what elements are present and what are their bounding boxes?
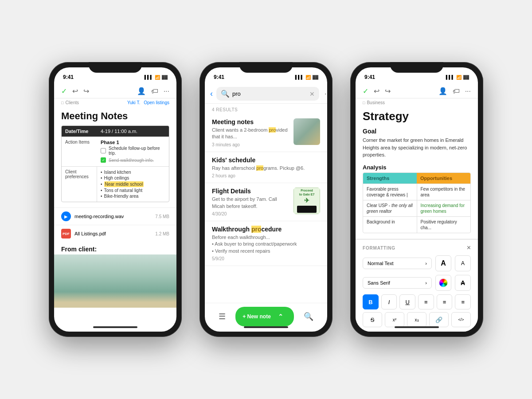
chevron-right-icon-2: › (425, 280, 427, 286)
attachment-pdf[interactable]: PDF All Listings.pdf 1.2 MB (54, 225, 176, 242)
breadcrumb-path-3[interactable]: Business (367, 100, 385, 105)
breadcrumb-user-1[interactable]: Yuki T. (127, 100, 140, 105)
breadcrumb-action-1[interactable]: Open listings (144, 100, 169, 105)
strikethrough-a-button[interactable]: A (455, 275, 471, 291)
search-bar[interactable]: 🔍 ✕ (216, 87, 319, 101)
superscript-button[interactable]: x² (385, 312, 404, 327)
result-title-3: Flight Details (212, 188, 289, 195)
check-icon-3[interactable]: ✓ (363, 87, 368, 95)
more-icon-1[interactable]: ··· (164, 87, 169, 95)
search-result-1[interactable]: Meeting notes Client wants a 2-bedroom p… (205, 114, 327, 152)
result-date-1: 3 minutes ago (212, 142, 289, 147)
strikethrough-button[interactable]: S (363, 312, 382, 327)
undo-icon-1[interactable]: ↩ (72, 87, 78, 95)
result-title-1: Meeting notes (212, 118, 289, 125)
phone1-content[interactable]: Meeting Notes Date/Time 4-19 / 11:00 a.m… (54, 107, 176, 332)
cell-2-1: Clear USP - the only all green realtor (363, 200, 417, 216)
pref-3: Near middle school (101, 181, 165, 188)
link-button[interactable]: 🔗 (429, 312, 449, 327)
wifi-icon-3: 📶 (456, 75, 462, 80)
pref-3-text: Near middle school (104, 181, 144, 187)
more-icon-3[interactable]: ··· (465, 87, 471, 95)
client-image (54, 254, 176, 308)
from-client-label: From client: (54, 242, 176, 254)
sans-serif-button[interactable]: Sans Serif › (363, 277, 432, 289)
analysis-title: Analysis (356, 162, 478, 172)
normal-text-button[interactable]: Normal Text › (363, 258, 432, 269)
bold-button[interactable]: B (363, 294, 379, 309)
search-result-4[interactable]: Walkthrough procedure Before each walkth… (205, 221, 327, 266)
formatting-header: FORMATTING × (363, 244, 471, 252)
phone-2: 9:41 ▌▌▌ 📶 ▓▓ ‹ 🔍 ✕ ··· 4 RESULTS (200, 62, 332, 337)
battery-icon-1: ▓▓ (162, 75, 168, 79)
clear-search-icon[interactable]: ✕ (309, 90, 315, 98)
search-input[interactable] (232, 90, 307, 97)
phone3-content[interactable]: Strategy Goal Corner the market for gree… (356, 107, 478, 239)
check-icon-1[interactable]: ✓ (61, 87, 67, 95)
notch-2 (239, 62, 293, 73)
search-bar-container[interactable]: ‹ 🔍 ✕ ··· (205, 84, 327, 104)
home-indicator-2 (244, 326, 288, 328)
font-larger-button[interactable]: A (435, 255, 451, 271)
tag-icon-1[interactable]: 🏷 (151, 87, 158, 95)
checkbox-box-2[interactable]: ✓ (101, 157, 106, 163)
redo-icon-1[interactable]: ↪ (83, 87, 89, 95)
search-bottom-icon[interactable]: 🔍 (304, 312, 313, 321)
menu-icon[interactable]: ☰ (219, 312, 226, 321)
result-title-2: Kids' schedule (212, 156, 320, 164)
audio-name: meeting-recording.wav (74, 214, 124, 219)
align-center-button[interactable]: ≡ (437, 294, 453, 309)
search-result-3[interactable]: Flight Details Get to the airport by 7am… (205, 183, 327, 221)
cell-1-2: Few competitors in the area (417, 184, 471, 200)
align-left-button[interactable]: ≡ (418, 294, 434, 309)
subscript-button[interactable]: x₂ (407, 312, 426, 327)
search-result-2[interactable]: Kids' schedule Ray has afterschool progr… (205, 152, 327, 183)
new-note-button[interactable]: + New note ⌃ (235, 307, 294, 326)
datetime-header: Date/Time (62, 126, 97, 137)
close-formatting-button[interactable]: × (467, 244, 471, 252)
normal-text-label: Normal Text (368, 261, 393, 266)
person-icon-1[interactable]: 👤 (137, 87, 146, 95)
search-icon: 🔍 (221, 90, 230, 98)
table-row-actions: Action Items Phase 1 Schedule follow-up … (62, 137, 169, 167)
checkbox-2[interactable]: ✓ Send walkthrough info. (101, 156, 165, 164)
back-button[interactable]: ‹ (210, 89, 213, 98)
checkbox-1[interactable]: Schedule follow-up before trip. (101, 145, 165, 156)
result-date-2: 2 hours ago (212, 173, 320, 178)
table-row-prefs: Client preferences Island kitchen High c… (62, 167, 169, 202)
time-3: 9:41 (364, 74, 375, 80)
home-indicator-3 (395, 326, 439, 328)
pref-2: High ceilings (101, 175, 165, 181)
align-right-button[interactable]: ≡ (455, 294, 471, 309)
search-more-icon[interactable]: ··· (325, 90, 327, 98)
chevron-right-icon: › (425, 261, 427, 266)
analysis-row-1: Favorable press coverage & reviews | Few… (363, 184, 470, 200)
italic-button[interactable]: I (381, 294, 397, 309)
pref-5: Bike-friendly area (101, 193, 165, 199)
format-buttons-row-2: S x² x₂ 🔗 </> (363, 312, 471, 327)
breadcrumb-path-1[interactable]: Clients (65, 100, 79, 105)
formatting-panel: FORMATTING × Normal Text › A A Sans Seri… (356, 239, 478, 332)
attachment-audio[interactable]: ▶ meeting-recording.wav 7.5 MB (54, 207, 176, 225)
search-results[interactable]: Meeting notes Client wants a 2-bedroom p… (205, 114, 327, 303)
checkbox-box-1[interactable] (101, 148, 106, 153)
person-icon-3[interactable]: 👤 (438, 87, 447, 95)
expand-icon[interactable]: ⌃ (274, 310, 287, 323)
signal-icon-3: ▌▌▌ (446, 75, 454, 79)
phone-3: 9:41 ▌▌▌ 📶 ▓▓ ✓ ↩ ↪ 👤 🏷 ··· (350, 62, 483, 337)
redo-icon-3[interactable]: ↪ (385, 87, 391, 95)
cell-2-2: Increasing demand for green homes (417, 200, 471, 216)
underline-button[interactable]: U (399, 294, 415, 309)
checkbox-label-2: Send walkthrough info. (109, 158, 154, 163)
code-button[interactable]: </> (451, 312, 471, 327)
toolbar-1: ✓ ↩ ↪ 👤 🏷 ··· (54, 84, 176, 98)
datetime-value: 4-19 / 11:00 a.m. (97, 126, 169, 137)
undo-icon-3[interactable]: ↩ (374, 87, 379, 95)
font-smaller-button[interactable]: A (455, 255, 471, 271)
result-snippet-1: Client wants a 2-bedroom provided that i… (212, 127, 289, 141)
prefs-label: Client preferences (62, 167, 97, 202)
tag-icon-3[interactable]: 🏷 (453, 87, 460, 95)
breadcrumb-icon-1: □ (61, 101, 63, 105)
color-picker-button[interactable] (435, 275, 451, 291)
result-date-3: 4/30/20 (212, 211, 289, 216)
